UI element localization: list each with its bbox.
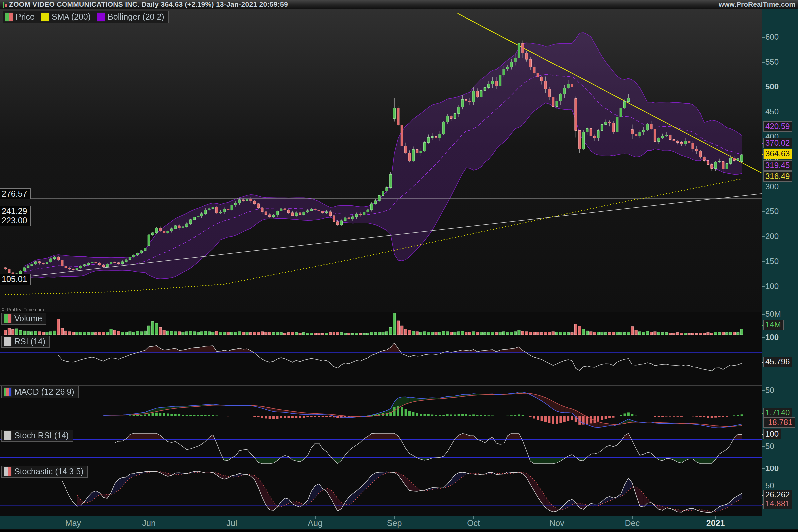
stochrsi-axis-value-label-100: 100 (763, 429, 781, 439)
price-axis-tick-label-550: 550 (765, 57, 779, 66)
price-axis-tick-mark (762, 112, 765, 112)
price-axis-tick-mark (762, 187, 765, 187)
stoch-legend-item-stochastic-14-3-5-[interactable]: Stochastic (14 3 5) (1, 466, 88, 478)
price-level-label-105.01: 105.01 (0, 274, 31, 285)
macd-legend-item-macd-12-26-9-[interactable]: MACD (12 26 9) (1, 386, 79, 398)
rsi-axis-tick-label-100: 100 (765, 333, 779, 342)
price-axis-tick-mark (762, 236, 765, 237)
legend-label: Stoch RSI (14) (14, 431, 69, 440)
legend-swatch-icon (4, 387, 12, 397)
price-axis-tick-mark (762, 261, 765, 262)
stochastic-axis-tick-mark (762, 486, 765, 487)
stochastic-axis-tick-mark (762, 469, 765, 469)
volume-legend: Volume (1, 312, 46, 324)
time-axis-label-2021: 2021 (706, 518, 725, 528)
price-axis-tick-label-200: 200 (765, 232, 779, 241)
proRealTime-chart-window: ZOOM VIDEO COMMUNICATIONS INC. Daily 364… (0, 0, 798, 532)
rsi-legend-item-rsi-14-[interactable]: RSI (14) (1, 336, 50, 348)
macd-legend: MACD (12 26 9) (1, 386, 79, 398)
price-axis-tick-label-500: 500 (765, 82, 779, 92)
stochrsi-legend-item-stoch-rsi-14-[interactable]: Stoch RSI (14) (1, 430, 73, 441)
time-axis-label-Jun: Jun (142, 518, 156, 528)
price-legend-item-bollinger-20-2-[interactable]: Bollinger (20 2) (95, 11, 169, 23)
time-axis-label-Nov: Nov (549, 518, 564, 528)
legend-swatch-icon (4, 314, 12, 323)
copyright-watermark: © ProRealTime.com (2, 307, 44, 312)
candlestick-icon (2, 2, 8, 8)
rsi-legend: RSI (14) (1, 336, 50, 348)
price-axis-value-label-316.49: 316.49 (763, 171, 792, 182)
price-axis-tick-mark (762, 211, 765, 212)
volume-legend-item-volume[interactable]: Volume (1, 312, 46, 324)
price-axis-value-label-364.63: 364.63 (763, 149, 792, 159)
time-axis-label-Dec: Dec (625, 518, 640, 528)
stochrsi-axis-tick-mark (762, 446, 765, 447)
stochastic-axis-tick-label-50: 50 (765, 481, 774, 491)
price-axis-tick-mark (762, 37, 765, 38)
price-legend-item-sma-200-[interactable]: SMA (200) (39, 11, 95, 23)
legend-label: Bollinger (20 2) (108, 12, 164, 22)
price-legend-item-price[interactable]: Price (3, 11, 39, 23)
title-bar: ZOOM VIDEO COMMUNICATIONS INC. Daily 364… (0, 0, 798, 9)
legend-label: MACD (12 26 9) (14, 387, 75, 397)
legend-swatch-icon (5, 12, 13, 22)
legend-label: Price (16, 12, 35, 22)
rsi-axis-tick-mark (762, 338, 765, 338)
price-axis-value-label-319.45: 319.45 (763, 160, 792, 171)
rsi-axis-value-label-45.796: 45.796 (763, 357, 792, 367)
legend-label: Volume (14, 314, 42, 323)
legend-swatch-icon (97, 12, 105, 22)
window-title: ZOOM VIDEO COMMUNICATIONS INC. Daily 364… (9, 0, 288, 8)
price-axis-value-label-420.59: 420.59 (763, 121, 792, 132)
price-axis-value-label-370.02: 370.02 (763, 138, 792, 148)
macd-axis-tick-label-50: 50 (765, 386, 774, 395)
price-axis-tick-mark (762, 137, 765, 137)
price-axis-tick-mark (762, 286, 765, 287)
volume-axis-tick-label-50M: 50M (765, 309, 781, 319)
stochastic-axis-value-label-14.881: 14.881 (763, 499, 792, 509)
stochrsi-axis-tick-label-50: 50 (765, 441, 774, 451)
price-axis-tick-label-600: 600 (765, 32, 779, 41)
chart-canvas[interactable] (0, 0, 798, 532)
volume-axis-value-label-14M: 14M (763, 320, 784, 330)
price-level-label-276.57: 276.57 (0, 188, 31, 200)
legend-label: Stochastic (14 3 5) (14, 467, 83, 476)
stochrsi-legend: Stoch RSI (14) (1, 430, 73, 441)
macd-axis-value-label--18.781: -18.781 (763, 417, 795, 428)
price-axis-tick-mark (762, 62, 765, 62)
legend-swatch-icon (4, 431, 12, 440)
price-axis-tick-label-300: 300 (765, 182, 779, 191)
time-axis-label-Jul: Jul (227, 518, 238, 528)
time-axis-label-May: May (65, 518, 81, 528)
legend-swatch-icon (4, 467, 12, 476)
brand-link[interactable]: www.ProRealTime.com (719, 0, 795, 8)
price-axis-tick-mark (762, 87, 765, 88)
price-axis-tick-label-100: 100 (765, 282, 779, 291)
stoch-legend: Stochastic (14 3 5) (1, 466, 88, 478)
price-axis-tick-label-250: 250 (765, 207, 779, 216)
macd-axis-tick-mark (762, 391, 765, 391)
stochastic-axis-tick-label-100: 100 (765, 464, 779, 473)
price-axis-tick-label-450: 450 (765, 107, 779, 116)
macd-axis-value-label-1.7140: 1.7140 (763, 407, 792, 418)
volume-axis-tick-mark (762, 314, 765, 315)
legend-label: RSI (14) (14, 337, 45, 346)
time-axis-label-Aug: Aug (307, 518, 322, 528)
time-axis-label-Oct: Oct (467, 518, 480, 528)
price-legend: PriceSMA (200)Bollinger (20 2) (3, 11, 169, 23)
legend-label: SMA (200) (52, 12, 91, 22)
legend-swatch-icon (41, 12, 49, 22)
legend-swatch-icon (4, 337, 12, 346)
price-axis-tick-label-150: 150 (765, 257, 779, 266)
price-level-label-223.00: 223.00 (0, 215, 31, 226)
time-axis-label-Sep: Sep (387, 518, 402, 528)
